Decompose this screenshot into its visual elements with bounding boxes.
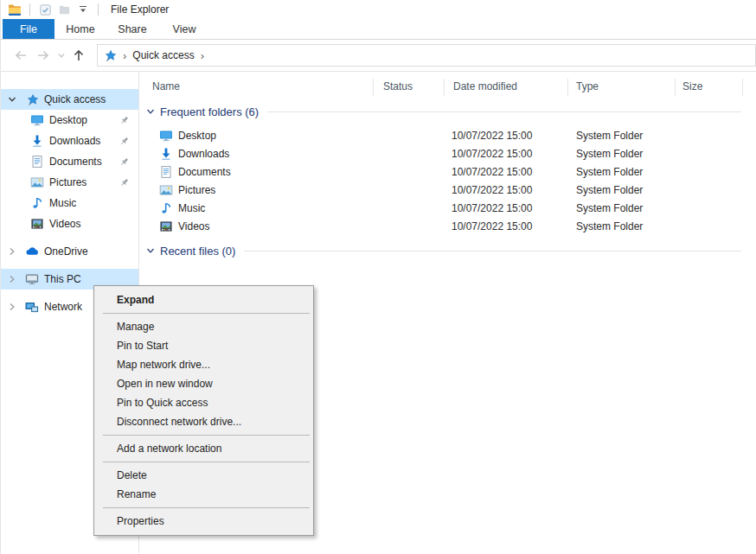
file-row-pictures[interactable]: Pictures10/07/2022 15:00System Folder [139,181,756,199]
file-name: Documents [178,166,231,178]
this-pc-context-menu: ExpandManagePin to StartMap network driv… [93,285,314,536]
menu-separator [103,507,310,508]
videos-icon [159,220,173,233]
column-separator[interactable] [675,79,676,96]
file-row-videos[interactable]: Videos10/07/2022 15:00System Folder [139,217,756,235]
titlebar-divider [98,3,99,16]
menu-item-pin-to-quick-access[interactable]: Pin to Quick access [94,393,313,412]
desktop-icon [159,129,173,143]
onedrive-cloud-icon [25,245,39,258]
file-row-desktop[interactable]: Desktop10/07/2022 15:00System Folder [139,126,756,144]
sidebar-item-label: OneDrive [44,245,88,258]
column-header-date-modified[interactable]: Date modified [453,80,517,92]
menu-separator [103,313,310,314]
qat-customize-caret-icon[interactable] [75,2,91,17]
file-type: System Folder [576,202,643,214]
sidebar-item-label: Quick access [44,93,106,105]
qat-new-folder-icon [56,2,72,17]
file-type: System Folder [576,130,643,142]
breadcrumb-chevron-icon[interactable]: › [123,50,126,61]
file-row-documents[interactable]: Documents10/07/2022 15:00System Folder [139,162,756,181]
pictures-icon [159,183,173,197]
menu-item-disconnect-network-drive[interactable]: Disconnect network drive... [94,412,313,431]
pin-icon [119,136,130,147]
titlebar-divider [29,3,30,16]
column-header-size[interactable]: Size [682,80,702,92]
menu-item-manage[interactable]: Manage [94,317,313,336]
menu-item-rename[interactable]: Rename [94,485,313,504]
breadcrumb-item-quick-access[interactable]: Quick access [132,49,194,61]
qat-properties-check-icon[interactable] [37,2,53,17]
menu-item-add-a-network-location[interactable]: Add a network location [94,439,313,458]
tab-file[interactable]: File [3,19,54,39]
title-bar: File Explorer [1,0,756,19]
breadcrumb-chevron-icon[interactable]: › [201,50,204,61]
menu-item-map-network-drive[interactable]: Map network drive... [94,355,313,374]
sidebar-item-downloads[interactable]: Downloads [1,131,138,151]
address-bar[interactable]: ›Quick access› [97,44,756,67]
chevron-down-icon [57,51,66,60]
group-chevron-icon[interactable] [146,107,155,116]
menu-item-delete[interactable]: Delete [94,466,313,485]
downloads-icon [30,134,44,148]
pin-icon [119,177,130,188]
sidebar-item-quick-access[interactable]: Quick access [1,89,138,110]
tree-chevron-down-icon[interactable] [8,95,18,104]
pictures-icon [30,175,44,189]
network-icon [25,300,39,314]
sidebar-item-desktop[interactable]: Desktop [1,110,138,131]
tree-chevron-right-icon[interactable] [8,247,18,256]
tab-share[interactable]: Share [106,19,158,39]
file-row-downloads[interactable]: Downloads10/07/2022 15:00System Folder [139,144,756,162]
group-chevron-icon[interactable] [146,246,155,255]
back-arrow-icon [13,48,29,63]
tab-view[interactable]: View [158,19,210,39]
tree-chevron-right-icon[interactable] [8,302,18,311]
file-date-modified: 10/07/2022 15:00 [452,130,532,142]
menu-item-open-in-new-window[interactable]: Open in new window [94,374,313,393]
column-separator[interactable] [444,79,445,96]
menu-item-properties[interactable]: Properties [94,512,313,531]
file-row-music[interactable]: Music10/07/2022 15:00System Folder [139,199,756,217]
sidebar-item-label: Desktop [49,114,87,126]
tab-home[interactable]: Home [54,19,106,39]
forward-arrow-icon [35,48,51,63]
file-type: System Folder [576,220,643,232]
menu-item-expand[interactable]: Expand [94,290,313,309]
file-type: System Folder [576,184,643,196]
menu-separator [103,462,310,462]
column-separator[interactable] [373,79,374,96]
file-type: System Folder [576,148,643,160]
column-header-status[interactable]: Status [383,80,413,92]
sidebar-item-pictures[interactable]: Pictures [1,172,138,193]
quick-access-star-icon [25,92,39,106]
music-icon [159,201,173,215]
sidebar-item-videos[interactable]: Videos [1,213,138,234]
file-date-modified: 10/07/2022 15:00 [452,166,532,178]
sidebar-item-documents[interactable]: Documents [1,151,138,172]
documents-icon [159,165,173,179]
column-separator[interactable] [742,79,743,96]
file-explorer-window: File Explorer FileHomeShareView ›Quick a… [0,0,756,554]
column-header-name[interactable]: Name [152,80,180,92]
window-title: File Explorer [111,3,169,16]
documents-icon [30,155,44,169]
file-type: System Folder [576,166,643,178]
menu-item-pin-to-start[interactable]: Pin to Start [94,336,313,355]
tree-chevron-right-icon[interactable] [8,275,18,283]
up-button[interactable] [67,44,90,67]
file-name: Downloads [178,148,229,160]
group-label: Recent files (0) [160,245,235,258]
desktop-icon [30,113,44,127]
pin-icon [119,156,130,168]
sidebar-item-music[interactable]: Music [1,193,138,213]
file-date-modified: 10/07/2022 15:00 [452,184,532,196]
sidebar-item-onedrive[interactable]: OneDrive [1,241,138,262]
back-button [10,44,32,67]
sidebar-item-label: This PC [44,273,81,285]
sidebar-item-label: Documents [49,156,102,168]
file-name: Videos [178,220,209,232]
column-header-type[interactable]: Type [576,80,599,92]
column-separator[interactable] [567,79,568,96]
group-label: Frequent folders (6) [160,105,259,118]
